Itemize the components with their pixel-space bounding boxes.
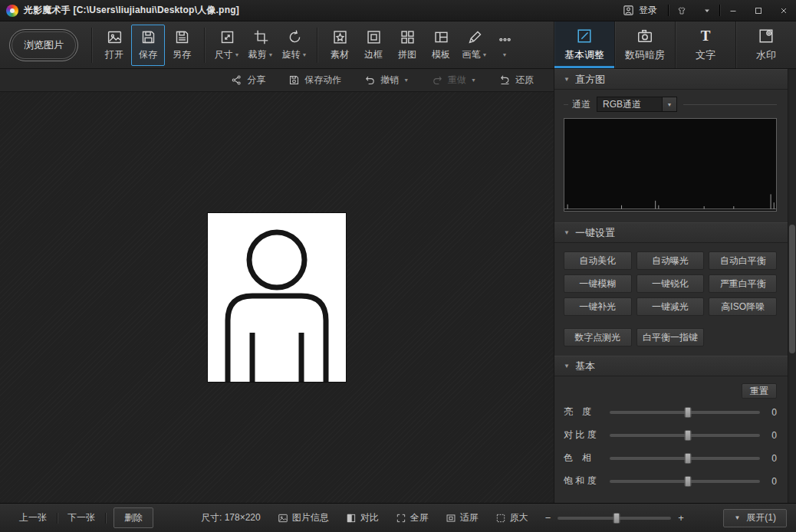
digital-spot-metering-button[interactable]: 数字点测光 (564, 328, 632, 346)
brightness-slider-handle[interactable] (684, 407, 691, 418)
undo-label: 撤销 (380, 74, 399, 87)
save-label: 保存 (139, 48, 157, 61)
saturation-slider[interactable] (610, 480, 760, 483)
more-tools-button[interactable]: ▼ (492, 25, 518, 66)
image-size-info: 尺寸: 178×220 (201, 511, 261, 524)
restore-button[interactable]: 还原 (499, 74, 534, 87)
histogram-section-header[interactable]: ▼ 直方图 (554, 69, 788, 90)
zoom-slider-handle[interactable] (613, 513, 620, 524)
chevron-down-icon (702, 6, 712, 15)
collage-grid-icon (400, 29, 416, 45)
brightness-slider[interactable] (610, 411, 760, 414)
redo-button[interactable]: 重做 ▼ (432, 74, 476, 87)
toolbar-separator (91, 28, 92, 63)
one-key-title: 一键设置 (575, 226, 615, 240)
dropdown-arrow-icon: ▼ (403, 77, 409, 83)
portrait-placeholder-image (208, 213, 346, 382)
hue-value: 0 (768, 453, 777, 464)
menu-dropdown-button[interactable] (694, 0, 719, 21)
template-button[interactable]: 模板 (424, 25, 458, 66)
channel-select[interactable]: RGB通道 (597, 97, 663, 112)
open-image-icon (107, 29, 123, 45)
save-button[interactable]: 保存 (131, 25, 165, 66)
one-key-grid: 自动美化 自动曝光 自动白平衡 一键模糊 一键锐化 严重白平衡 一键补光 一键减… (554, 243, 788, 316)
saturation-slider-handle[interactable] (684, 476, 691, 487)
prev-image-button[interactable]: 上一张 (9, 504, 57, 532)
save-as-button[interactable]: 另存 (165, 25, 199, 66)
maximize-button[interactable] (745, 0, 771, 21)
template-icon (433, 29, 449, 45)
login-button[interactable]: 登录 (612, 0, 668, 21)
border-button[interactable]: 边框 (357, 25, 390, 66)
tab-digital-darkroom[interactable]: 数码暗房 (614, 21, 675, 68)
resize-label: 尺寸 (215, 48, 233, 61)
saturation-value: 0 (768, 476, 777, 487)
fit-screen-icon (446, 513, 456, 524)
auto-beautify-button[interactable]: 自动美化 (564, 251, 632, 270)
crop-button[interactable]: 裁剪▼ (244, 25, 278, 66)
open-button[interactable]: 打开 (97, 25, 131, 66)
zoom-in-button[interactable]: + (678, 512, 684, 524)
contrast-value: 0 (768, 430, 777, 441)
main-toolbar: 浏览图片 打开 保存 另存 尺寸▼ 裁剪▼ 旋转▼ (0, 21, 796, 69)
panel-scrollbar-thumb[interactable] (789, 225, 795, 353)
high-iso-denoise-button[interactable]: 高ISO降噪 (709, 297, 777, 316)
browse-images-button[interactable]: 浏览图片 (9, 29, 78, 61)
one-key-blur-button[interactable]: 一键模糊 (564, 274, 632, 293)
contrast-slider[interactable] (610, 434, 760, 437)
dropdown-arrow-icon: ▼ (502, 52, 508, 57)
compare-button[interactable]: 对比 (346, 511, 379, 524)
histogram-display (564, 118, 777, 212)
white-balance-one-touch-button[interactable]: 白平衡一指键 (636, 328, 705, 346)
minimize-button[interactable] (720, 0, 745, 21)
resize-button[interactable]: 尺寸▼ (210, 25, 244, 66)
one-key-sharpen-button[interactable]: 一键锐化 (636, 274, 705, 293)
hue-slider[interactable] (610, 457, 760, 460)
share-button[interactable]: 分享 (231, 74, 265, 87)
fit-screen-button[interactable]: 适屏 (446, 511, 479, 524)
hue-slider-handle[interactable] (684, 453, 691, 464)
undo-button[interactable]: 撤销 ▼ (364, 74, 409, 87)
zoom-out-button[interactable]: − (545, 512, 551, 524)
skin-icon (677, 6, 686, 15)
dropdown-arrow-icon: ▼ (268, 52, 274, 57)
one-key-fill-light-button[interactable]: 一键补光 (564, 297, 632, 316)
reset-button[interactable]: 重置 (742, 383, 777, 399)
collapse-arrow-icon: ▼ (564, 76, 570, 83)
auto-exposure-button[interactable]: 自动曝光 (636, 251, 705, 270)
collage-button[interactable]: 拼图 (390, 25, 424, 66)
severe-white-balance-button[interactable]: 严重白平衡 (709, 274, 777, 293)
tab-text-label: 文字 (696, 48, 715, 62)
statusbar-separator (105, 513, 106, 524)
expand-button[interactable]: ▼ 展开(1) (723, 509, 787, 527)
tab-watermark[interactable]: 水印 (735, 21, 796, 68)
fullscreen-icon (396, 513, 406, 524)
auto-white-balance-button[interactable]: 自动白平衡 (709, 251, 777, 270)
save-action-button[interactable]: 保存动作 (288, 74, 341, 87)
tab-basic-adjust[interactable]: 基本调整 (554, 21, 614, 68)
original-size-button[interactable]: 原大 (495, 511, 528, 524)
basic-section-header[interactable]: ▼ 基本 (554, 356, 788, 376)
contrast-slider-handle[interactable] (684, 430, 691, 441)
rotate-button[interactable]: 旋转▼ (278, 25, 311, 66)
brightness-slider-row: 亮 度 0 (554, 401, 788, 424)
next-image-button[interactable]: 下一张 (58, 504, 105, 532)
tab-text[interactable]: T 文字 (675, 21, 735, 68)
basic-adjust-icon (576, 28, 593, 44)
crop-label: 裁剪 (248, 48, 267, 61)
close-button[interactable] (771, 0, 796, 21)
skin-button[interactable] (669, 0, 694, 21)
image-info-button[interactable]: 图片信息 (278, 511, 329, 524)
brush-button[interactable]: 画笔▼ (458, 25, 492, 66)
share-label: 分享 (247, 74, 265, 87)
border-label: 边框 (364, 48, 383, 61)
one-key-reduce-light-button[interactable]: 一键减光 (636, 297, 705, 316)
panel-scrollbar[interactable] (788, 69, 796, 503)
fullscreen-button[interactable]: 全屏 (396, 511, 429, 524)
zoom-slider[interactable] (558, 517, 671, 520)
stickers-button[interactable]: 素材 (323, 25, 357, 66)
collapse-arrow-icon: ▼ (564, 229, 570, 236)
delete-image-button[interactable]: 删除 (113, 507, 153, 528)
one-key-section-header[interactable]: ▼ 一键设置 (554, 222, 788, 243)
channel-select-arrow-button[interactable]: ▼ (663, 97, 677, 112)
